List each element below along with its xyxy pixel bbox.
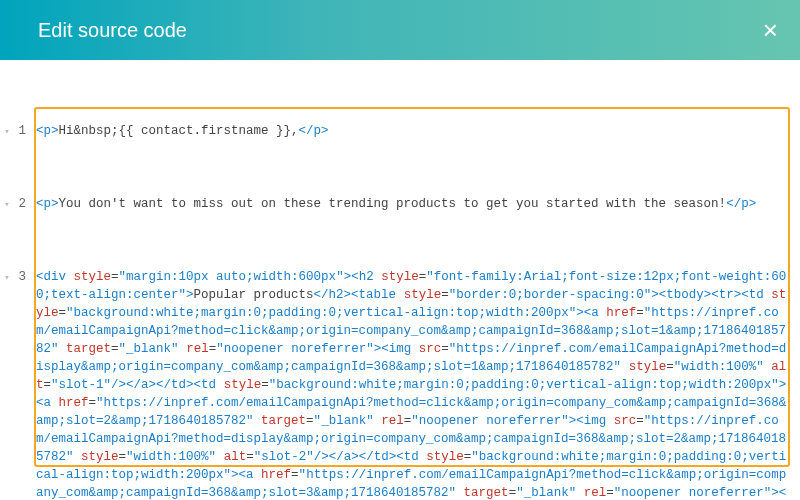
line1-text: Hi&nbsp;{{ contact.firstname }}, bbox=[59, 124, 299, 138]
line-number: 3 bbox=[14, 268, 36, 286]
target-val: _blank bbox=[126, 342, 171, 356]
line2-text: You don't want to miss out on these tren… bbox=[59, 197, 727, 211]
line-number: 1 bbox=[14, 122, 36, 140]
line-number: 2 bbox=[14, 195, 36, 213]
code-line-3: ▾ 3 <div style="margin:10px auto;width:6… bbox=[0, 268, 800, 500]
imgstyle-val2: width:100% bbox=[134, 450, 209, 464]
target-val3: _blank bbox=[524, 486, 569, 500]
div-style-val: margin:10px auto;width:600px bbox=[126, 270, 336, 284]
code-editor-wrap: ▾ 1 <p>Hi&nbsp;{{ contact.firstname }},<… bbox=[0, 60, 800, 500]
code-content[interactable]: <p>You don't want to miss out on these t… bbox=[36, 195, 800, 213]
td-style-val: background:white;margin:0;padding:0;vert… bbox=[74, 306, 569, 320]
fold-icon[interactable]: ▾ bbox=[0, 268, 14, 287]
code-line-2: ▾ 2 <p>You don't want to miss out on the… bbox=[0, 195, 800, 214]
modal-header: Edit source code × bbox=[0, 0, 800, 60]
code-content[interactable]: <div style="margin:10px auto;width:600px… bbox=[36, 268, 800, 500]
alt1-val: slot-1 bbox=[59, 378, 104, 392]
h2-text: Popular products bbox=[194, 288, 314, 302]
code-editor[interactable]: ▾ 1 <p>Hi&nbsp;{{ contact.firstname }},<… bbox=[0, 60, 800, 500]
rel-val3: noopener noreferrer bbox=[621, 486, 764, 500]
close-icon[interactable]: × bbox=[763, 17, 778, 43]
code-content[interactable]: <p>Hi&nbsp;{{ contact.firstname }},</p> bbox=[36, 122, 800, 140]
code-line-1: ▾ 1 <p>Hi&nbsp;{{ contact.firstname }},<… bbox=[0, 122, 800, 141]
rel-val: noopener noreferrer bbox=[224, 342, 367, 356]
td-style-val2: background:white;margin:0;padding:0;vert… bbox=[276, 378, 771, 392]
fold-icon[interactable]: ▾ bbox=[0, 195, 14, 214]
alt2-val: slot-2 bbox=[261, 450, 306, 464]
fold-icon[interactable]: ▾ bbox=[0, 122, 14, 141]
rel-val2: noopener noreferrer bbox=[419, 414, 562, 428]
modal-title: Edit source code bbox=[38, 19, 187, 42]
table-style-val: border:0;border-spacing:0 bbox=[456, 288, 644, 302]
target-val2: _blank bbox=[321, 414, 366, 428]
imgstyle-val: width:100% bbox=[681, 360, 756, 374]
